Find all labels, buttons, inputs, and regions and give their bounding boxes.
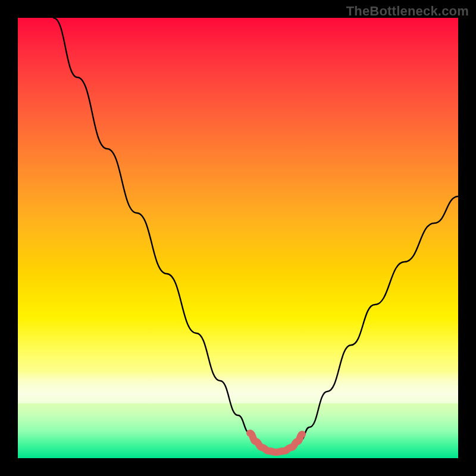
curve-layer — [18, 18, 458, 458]
watermark-text: TheBottleneck.com — [346, 4, 469, 19]
bottleneck-curve — [54, 18, 458, 451]
chart-frame: TheBottleneck.com — [0, 0, 476, 476]
plot-area — [18, 18, 458, 458]
optimal-zone-marker — [250, 433, 302, 452]
